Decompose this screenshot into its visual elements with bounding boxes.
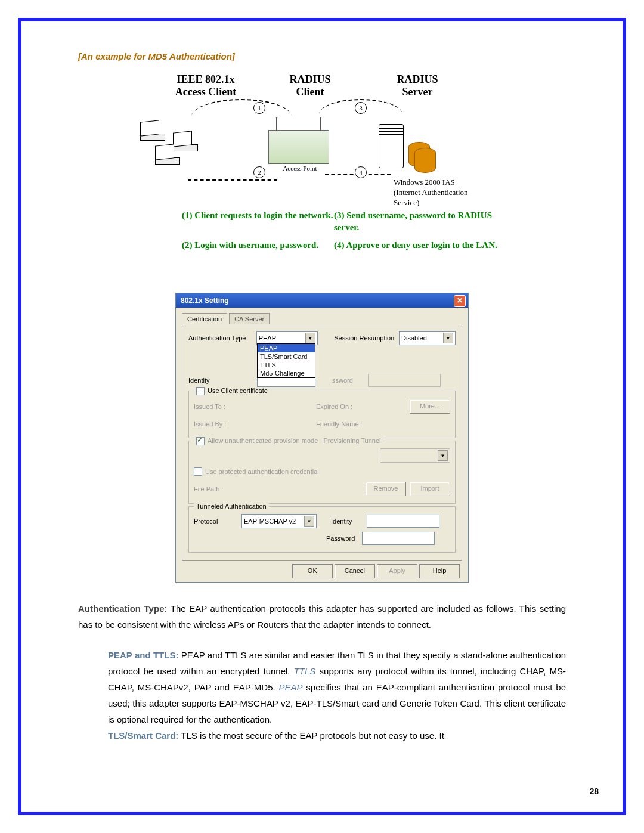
diagram-title-radius-client: RADIUS Client <box>265 73 355 98</box>
label-prov-tunnel: Provisioning Tunnel <box>323 437 380 444</box>
protocol-value: EAP-MSCHAP v2 <box>244 518 296 525</box>
dialog-title: 802.1x Setting <box>181 296 229 305</box>
label-password2: Password <box>326 535 362 542</box>
password2-input[interactable] <box>362 532 435 545</box>
ttls-inline: TTLS <box>294 666 316 676</box>
label-protocol: Protocol <box>194 518 242 525</box>
diagram-num-3: 3 <box>355 102 367 114</box>
dropdown-opt-peap[interactable]: PEAP <box>258 344 315 352</box>
md5-auth-diagram: IEEE 802.1x Access Client RADIUS Client … <box>137 73 507 276</box>
dropdown-opt-tls[interactable]: TLS/Smart Card <box>258 352 315 361</box>
identity2-input[interactable] <box>367 515 439 528</box>
diagram-step-4: (4) Approve or deny user login to the LA… <box>334 239 501 251</box>
auth-type-dropdown[interactable]: PEAP TLS/Smart Card TTLS Md5-Challenge <box>257 343 315 378</box>
tls-text-1: TLS is the most secure of the EAP protoc… <box>178 730 444 741</box>
auth-type-lead: Authentication Type: <box>78 603 167 614</box>
dashed-line-2 <box>188 179 277 181</box>
cancel-button[interactable]: Cancel <box>335 564 375 578</box>
tls-title: TLS/Smart Card: <box>108 730 178 741</box>
diagram-step-1: (1) Client requests to login the network… <box>182 209 337 221</box>
chevron-down-icon[interactable]: ▼ <box>304 516 314 527</box>
chevron-down-icon: ▼ <box>438 450 448 461</box>
provision-tunnel-select: ▼ <box>380 448 450 463</box>
diagram-step-2: (2) Login with username, password. <box>182 239 337 251</box>
server-label: Windows 2000 IAS (Internet Authenticatio… <box>394 177 468 208</box>
laptop-icon <box>155 145 182 163</box>
chevron-down-icon[interactable]: ▼ <box>305 333 315 343</box>
dropdown-opt-md5[interactable]: Md5-Challenge <box>258 369 315 377</box>
more-button: More... <box>410 400 450 414</box>
session-resumption-value: Disabled <box>401 335 427 342</box>
diagram-step-3: (3) Send username, password to RADIUS se… <box>334 209 501 233</box>
label-use-client-cert: Use Client certificate <box>208 387 268 394</box>
tunneled-auth-group: Tunneled Authentication Protocol EAP-MSC… <box>188 506 456 553</box>
disk-icon <box>414 148 436 173</box>
example-heading: [An example for MD5 Authentication] <box>78 51 566 61</box>
tab-certification[interactable]: Certification <box>182 313 227 324</box>
auth-type-paragraph: Authentication Type: The EAP authenticat… <box>78 600 566 633</box>
access-point-icon <box>268 130 329 164</box>
provision-group: Allow unauthenticated provision mode Pro… <box>188 441 456 504</box>
diagram-title-radius-server: RADIUS Server <box>373 73 462 98</box>
label-issued-to: Issued To : <box>194 403 262 410</box>
diagram-num-4: 4 <box>355 166 367 178</box>
label-password-masked: ssword <box>332 377 368 384</box>
access-point-label: Access Point <box>267 165 333 172</box>
protocol-select[interactable]: EAP-MSCHAP v2 ▼ <box>242 514 317 528</box>
allow-provision-checkbox[interactable] <box>196 437 205 445</box>
client-cert-group: Use Client certificate Issued To : Expir… <box>188 391 456 438</box>
close-icon[interactable]: ✕ <box>454 295 466 307</box>
peap-ttls-title: PEAP and TTLS: <box>108 650 178 660</box>
label-auth-type: Authentication Type <box>188 335 256 342</box>
help-button[interactable]: Help <box>419 564 460 578</box>
auth-type-value: PEAP <box>259 335 276 342</box>
dialog-titlebar: 802.1x Setting ✕ <box>176 293 468 308</box>
label-issued-by: Issued By : <box>194 420 262 428</box>
use-client-cert-checkbox[interactable] <box>196 387 205 395</box>
remove-button: Remove <box>366 482 406 496</box>
tab-ca-server[interactable]: CA Server <box>229 313 270 324</box>
server-icon <box>379 124 404 168</box>
label-allow-provision: Allow unauthenticated provision mode <box>208 437 318 444</box>
import-button: Import <box>410 482 450 496</box>
label-use-protected: Use protected authentication credential <box>205 468 319 475</box>
tls-paragraph: TLS/Smart Card: TLS is the most secure o… <box>78 727 566 744</box>
apply-button: Apply <box>377 564 417 578</box>
ok-button[interactable]: OK <box>292 564 333 578</box>
label-file-path: File Path : <box>194 485 236 493</box>
diagram-num-2: 2 <box>253 166 265 178</box>
label-tunneled-auth: Tunneled Authentication <box>194 503 269 510</box>
label-identity2: Identity <box>331 518 367 525</box>
label-expired-on: Expired On : <box>316 403 376 410</box>
peap-ttls-paragraph: PEAP and TTLS: PEAP and TTLS are similar… <box>78 647 566 727</box>
label-friendly-name: Friendly Name : <box>316 420 376 428</box>
diagram-title-client: IEEE 802.1x Access Client <box>161 73 250 98</box>
session-resumption-select[interactable]: Disabled ▼ <box>399 331 456 345</box>
laptop-icon <box>140 121 167 139</box>
label-session-resumption: Session Resumption <box>334 335 399 342</box>
chevron-down-icon[interactable]: ▼ <box>443 333 453 343</box>
page-number: 28 <box>589 786 599 796</box>
label-identity: Identity <box>188 377 257 384</box>
use-protected-checkbox[interactable] <box>194 467 202 476</box>
8021x-setting-dialog: 802.1x Setting ✕ Certification CA Server… <box>175 293 469 583</box>
peap-inline: PEAP <box>279 682 303 692</box>
dropdown-opt-ttls[interactable]: TTLS <box>258 361 315 369</box>
password-input-disabled <box>368 374 441 387</box>
diagram-num-1: 1 <box>253 102 265 114</box>
